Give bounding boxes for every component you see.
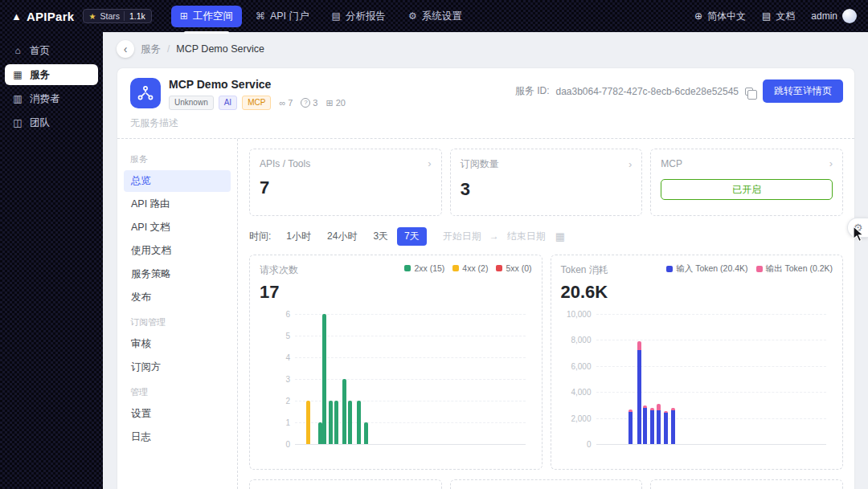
time-chip[interactable]: 7天	[397, 227, 427, 246]
user-menu[interactable]: admin	[811, 9, 857, 23]
legend-item[interactable]: 5xx (0)	[496, 263, 531, 273]
avatar	[842, 9, 857, 23]
y-axis-label: 10,000	[561, 310, 592, 319]
start-date-input[interactable]: 开始日期	[443, 230, 481, 243]
service-count-value: 7	[288, 98, 293, 108]
y-axis-label: 6	[260, 310, 290, 319]
doc-icon: ▤	[762, 10, 771, 22]
requests-chart-card: 请求次数 17 2xx (15)4xx (2)5xx (0) 6543210	[249, 255, 542, 470]
time-chip[interactable]: 3天	[366, 227, 395, 246]
time-chip[interactable]: 24小时	[320, 227, 364, 246]
topnav-item-label: API 门户	[270, 10, 309, 23]
chart-bar[interactable]	[628, 410, 633, 444]
calendar-icon[interactable]: ▦	[555, 230, 565, 242]
topnav-item[interactable]: ⊞工作空间	[171, 6, 242, 27]
menu-item[interactable]: API 文档	[124, 217, 231, 238]
chevron-right-icon[interactable]: ›	[628, 158, 632, 170]
chart-bar[interactable]	[306, 401, 310, 444]
chart-bar[interactable]	[318, 422, 322, 444]
menu-item[interactable]: 总览	[124, 170, 231, 192]
language-switcher[interactable]: ⊕ 简体中文	[694, 10, 746, 23]
sidebar-item[interactable]: ⌂首页	[5, 40, 98, 61]
menu-section-title: 服务	[124, 147, 231, 169]
sidebar-item[interactable]: ▦服务	[5, 64, 98, 85]
y-axis-label: 1	[260, 418, 290, 427]
home-icon: ⌂	[12, 45, 23, 56]
chart-bar[interactable]	[643, 405, 647, 444]
sidebar-item[interactable]: ▥消费者	[5, 88, 98, 109]
end-date-input[interactable]: 结束日期	[507, 230, 546, 243]
legend-item[interactable]: 2xx (15)	[404, 263, 444, 273]
menu-item[interactable]: 审核	[124, 333, 231, 355]
legend-marker	[666, 266, 673, 272]
topnav-item[interactable]: ▤分析报告	[323, 6, 395, 27]
chart-bar[interactable]	[671, 408, 675, 444]
breadcrumb-parent[interactable]: 服务	[141, 43, 161, 56]
menu-item[interactable]: 设置	[124, 403, 231, 425]
chart-title: Token 消耗	[561, 263, 608, 277]
service-count-value: 20	[336, 98, 346, 108]
service-tag: AI	[219, 96, 237, 110]
overview-content: APIs / Tools › 7 订阅数量 › 3	[238, 139, 854, 489]
menu-item[interactable]: 发布	[124, 287, 231, 308]
legend-item[interactable]: 输出 Token (0.2K)	[756, 263, 833, 275]
chart-bar[interactable]	[329, 401, 333, 444]
mcp-enabled-button[interactable]: 已开启	[661, 179, 833, 200]
time-chip[interactable]: 1小时	[279, 227, 318, 246]
bar-segment	[637, 350, 641, 444]
menu-item[interactable]: 订阅方	[124, 357, 231, 378]
chart-bar[interactable]	[334, 401, 338, 444]
service-description: 无服务描述	[130, 116, 841, 130]
menu-item[interactable]: 日志	[124, 426, 231, 448]
goto-detail-button[interactable]: 跳转至详情页	[763, 79, 843, 103]
plot-area: 10,0008,0006,0004,0002,0000	[596, 314, 827, 444]
chart-bar[interactable]	[322, 314, 326, 444]
token-chart-card: Token 消耗 20.6K 输入 Token (20.4K)输出 Token …	[551, 255, 844, 470]
chart-bar[interactable]	[364, 422, 368, 444]
report-icon: ▤	[332, 10, 341, 22]
chart-bar[interactable]	[657, 404, 661, 444]
topnav-item-label: 系统设置	[422, 10, 462, 23]
sidebar-item[interactable]: ◫团队	[5, 112, 98, 133]
docs-link[interactable]: ▤ 文档	[762, 10, 795, 23]
chart-bar[interactable]	[342, 379, 346, 444]
legend-item[interactable]: 输入 Token (20.4K)	[666, 263, 747, 275]
chart-bar[interactable]	[348, 401, 352, 444]
bar-segment	[318, 422, 322, 444]
chevron-right-icon[interactable]: ›	[829, 157, 833, 169]
legend-label: 输出 Token (0.2K)	[766, 263, 833, 275]
menu-item[interactable]: 服务策略	[124, 263, 231, 285]
question-count-icon: ?	[301, 98, 310, 108]
y-axis-label: 0	[260, 440, 290, 449]
bar-segment	[342, 379, 346, 444]
bar-segment	[306, 401, 310, 444]
y-axis-label: 6,000	[561, 361, 592, 370]
charts-row: 请求次数 17 2xx (15)4xx (2)5xx (0) 6543210 T…	[249, 255, 843, 470]
github-stars-badge[interactable]: ★ Stars 1.1k	[83, 9, 152, 23]
legend-item[interactable]: 4xx (2)	[452, 263, 488, 273]
back-button[interactable]: ‹	[117, 40, 134, 58]
stat-card-value: 3	[461, 179, 633, 200]
chevron-right-icon[interactable]: ›	[428, 157, 431, 169]
floating-settings-button[interactable]: ⚙	[847, 218, 868, 238]
topnav-item[interactable]: ⚙系统设置	[399, 6, 471, 27]
bar-segment	[322, 314, 326, 444]
chart-bar[interactable]	[650, 408, 654, 444]
copy-icon[interactable]	[745, 88, 753, 96]
topnav-item[interactable]: ⌘API 门户	[247, 6, 318, 27]
chart-bar[interactable]	[357, 401, 361, 444]
mcp-card[interactable]: MCP › 已开启	[650, 149, 843, 216]
chart-bar[interactable]	[637, 341, 641, 444]
date-range-picker[interactable]: 开始日期 → 结束日期	[443, 230, 546, 243]
logo[interactable]: ▲ APIPark	[11, 10, 75, 23]
stat-cards-row: APIs / Tools › 7 订阅数量 › 3	[249, 149, 843, 216]
subscriptions-card[interactable]: 订阅数量 › 3	[450, 149, 643, 216]
token-plot: 10,0008,0006,0004,0002,0000	[561, 308, 833, 450]
chart-bar[interactable]	[664, 411, 668, 444]
legend-label: 2xx (15)	[414, 263, 444, 273]
menu-item[interactable]: API 路由	[124, 194, 231, 215]
gridline	[596, 366, 827, 367]
apis-tools-card[interactable]: APIs / Tools › 7	[249, 149, 442, 216]
gridline	[596, 392, 827, 393]
menu-item[interactable]: 使用文档	[124, 240, 231, 262]
